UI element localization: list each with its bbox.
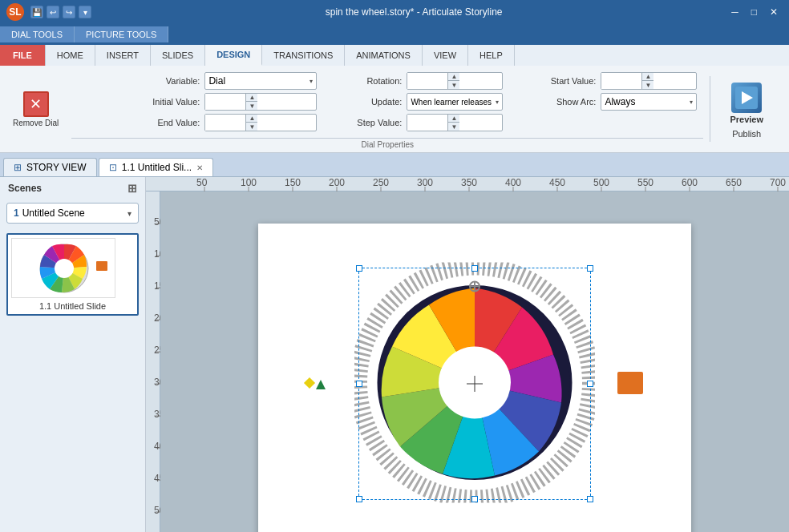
svg-text:650: 650	[726, 177, 742, 188]
update-label: Update:	[322, 97, 402, 107]
tab-view[interactable]: VIEW	[423, 45, 468, 66]
save-button[interactable]: 💾	[30, 6, 43, 18]
svg-text:350: 350	[461, 177, 477, 188]
variable-label: Variable:	[78, 76, 200, 86]
tab-picture-tools[interactable]: PICTURE TOOLS	[75, 26, 168, 42]
svg-text:50: 50	[154, 216, 160, 228]
orange-square[interactable]	[617, 372, 643, 394]
variable-dropdown-arrow: ▾	[310, 78, 313, 85]
tab-dial-tools[interactable]: DIAL TOOLS	[0, 26, 75, 42]
end-value-up[interactable]: ▲	[246, 115, 257, 123]
start-value-down[interactable]: ▼	[642, 81, 653, 89]
svg-text:200: 200	[154, 312, 160, 324]
show-arc-dropdown-arrow: ▾	[690, 99, 693, 106]
rotation-input[interactable]: 3600 ▲ ▼	[407, 72, 503, 90]
preview-button[interactable]: Preview	[720, 79, 773, 127]
svg-rect-61	[304, 377, 315, 389]
rotation-label: Rotation:	[322, 76, 402, 86]
show-arc-select[interactable]: Always ▾	[601, 93, 697, 111]
dial-wheel[interactable]	[354, 263, 595, 503]
remove-dial-icon: ✕	[23, 91, 49, 117]
story-view-label: STORY VIEW	[26, 162, 87, 173]
scene-number: 1	[14, 208, 19, 219]
tab-untitled-slide[interactable]: ⊡ 1.1 Untitled Sli... ✕	[99, 158, 213, 176]
remove-dial-button[interactable]: ✕ Remove Dial	[6, 88, 65, 131]
remove-dial-label: Remove Dial	[13, 119, 59, 127]
variable-value: Dial	[208, 75, 225, 87]
svg-text:400: 400	[154, 441, 160, 452]
svg-text:450: 450	[549, 177, 565, 188]
close-tab-button[interactable]: ✕	[196, 163, 203, 172]
tab-file[interactable]: FILE	[0, 45, 46, 66]
scenes-label: Scenes	[8, 183, 42, 194]
tab-home[interactable]: HOME	[46, 45, 95, 66]
publish-button[interactable]: Publish	[732, 129, 761, 139]
update-select[interactable]: When learner releases ▾	[407, 93, 503, 111]
scene-name: Untitled Scene	[22, 208, 127, 219]
minimize-button[interactable]: ─	[726, 5, 743, 19]
end-value-input[interactable]: 9999 ▲ ▼	[204, 114, 317, 131]
slide-page[interactable]	[258, 224, 691, 532]
tab-animations[interactable]: ANIMATIONS	[345, 45, 423, 66]
tab-help[interactable]: HELP	[468, 45, 515, 66]
svg-text:550: 550	[637, 177, 653, 188]
start-value-spinners: ▲ ▼	[641, 73, 653, 89]
initial-value-up[interactable]: ▲	[246, 94, 257, 102]
tab-slides[interactable]: SLIDES	[151, 45, 205, 66]
svg-text:50: 50	[196, 177, 208, 188]
step-value-up[interactable]: ▲	[448, 115, 459, 123]
rotation-down[interactable]: ▼	[448, 81, 459, 89]
svg-rect-4	[96, 261, 107, 271]
svg-text:150: 150	[154, 280, 160, 292]
close-button[interactable]: ✕	[765, 5, 783, 19]
end-value[interactable]: 9999	[205, 115, 245, 131]
start-value-label: Start Value:	[508, 76, 596, 86]
scene-selector[interactable]: 1 Untitled Scene ▾	[6, 203, 139, 224]
story-view-icon: ⊞	[14, 162, 22, 173]
start-value[interactable]: 0	[601, 73, 641, 89]
tab-design[interactable]: DESIGN	[205, 45, 262, 66]
tab-story-view[interactable]: ⊞ STORY VIEW	[3, 158, 97, 176]
tab-transitions[interactable]: TRANSITIONS	[262, 45, 345, 66]
end-value-down[interactable]: ▼	[246, 123, 257, 131]
initial-value-input[interactable]: 0 ▲ ▼	[204, 93, 317, 111]
svg-text:600: 600	[682, 177, 698, 188]
svg-text:300: 300	[154, 377, 160, 388]
undo-button[interactable]: ↩	[47, 6, 59, 18]
slide-thumbnail[interactable]: 1.1 Untitled Slide	[6, 233, 139, 316]
svg-text:100: 100	[154, 248, 160, 260]
svg-text:150: 150	[285, 177, 301, 188]
rotation-value[interactable]: 3600	[407, 73, 447, 89]
update-value: When learner releases	[411, 98, 492, 107]
svg-text:400: 400	[505, 177, 521, 188]
marker-triangle[interactable]	[314, 378, 327, 393]
rotation-up[interactable]: ▲	[448, 73, 459, 81]
variable-select[interactable]: Dial ▾	[204, 72, 317, 90]
svg-marker-62	[316, 380, 326, 389]
slide-thumbnail-area: 1.1 Untitled Slide	[0, 227, 145, 532]
svg-text:450: 450	[154, 473, 160, 484]
initial-value-spinners: ▲ ▼	[245, 94, 257, 110]
start-value-input[interactable]: 0 ▲ ▼	[601, 72, 697, 90]
svg-text:250: 250	[154, 345, 160, 356]
svg-point-3	[55, 259, 74, 278]
ruler-top: 5010015020025030035040045050055060065070…	[146, 177, 789, 191]
sidebar-grid-icon[interactable]: ⊞	[127, 182, 137, 195]
step-value[interactable]: 1	[407, 115, 447, 131]
svg-text:300: 300	[417, 177, 433, 188]
initial-value-down[interactable]: ▼	[246, 102, 257, 110]
tab-insert[interactable]: INSERT	[95, 45, 151, 66]
rotation-spinners: ▲ ▼	[447, 73, 459, 89]
maximize-button[interactable]: □	[747, 5, 762, 19]
preview-icon	[731, 83, 762, 113]
redo-button[interactable]: ↪	[63, 6, 75, 18]
slide-canvas[interactable]	[160, 191, 789, 532]
step-value-input[interactable]: 1 ▲ ▼	[407, 114, 503, 131]
end-value-spinners: ▲ ▼	[245, 115, 257, 131]
step-value-down[interactable]: ▼	[448, 123, 459, 131]
step-value-label: Step Value:	[322, 118, 402, 127]
start-value-up[interactable]: ▲	[642, 73, 653, 81]
quick-access[interactable]: ▾	[79, 6, 91, 18]
initial-value[interactable]: 0	[205, 94, 245, 110]
scene-dropdown-arrow: ▾	[127, 209, 132, 218]
